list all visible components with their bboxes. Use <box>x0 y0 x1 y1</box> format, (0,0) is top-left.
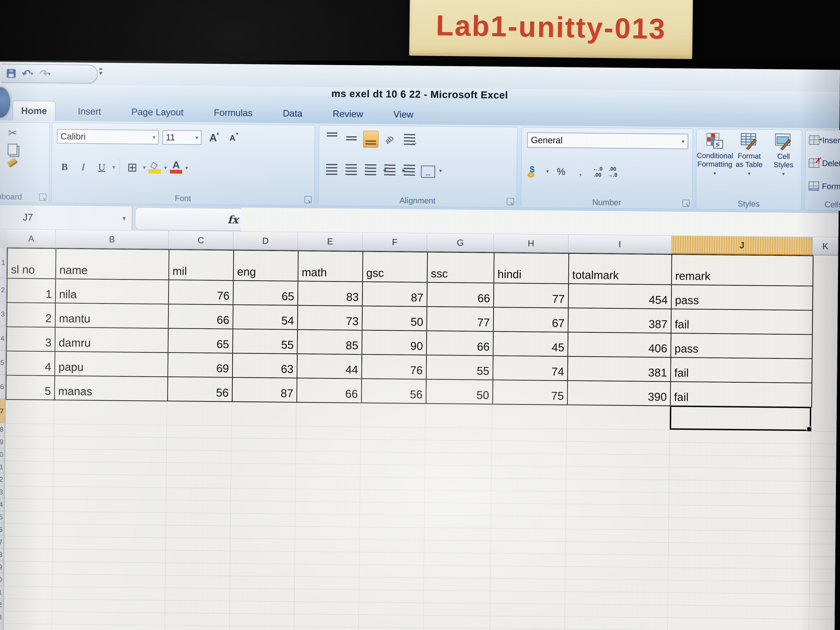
font-dialog-launcher-icon[interactable] <box>304 196 311 203</box>
cell-J3[interactable]: fail <box>671 309 813 335</box>
cell-F2[interactable]: 87 <box>363 282 428 307</box>
undo-button[interactable]: ↶▾ <box>21 69 33 78</box>
italic-button[interactable]: I <box>75 158 91 176</box>
cell-A5[interactable]: 4 <box>7 351 55 376</box>
format-painter-icon[interactable] <box>7 157 18 167</box>
column-header-A[interactable]: A <box>7 229 56 248</box>
cell-C3[interactable]: 66 <box>169 305 234 329</box>
cell-J4[interactable]: pass <box>671 333 813 359</box>
clipboard-dialog-launcher-icon[interactable] <box>39 193 46 201</box>
middle-align-button[interactable] <box>344 130 359 148</box>
copy-icon[interactable] <box>8 144 17 155</box>
bold-button[interactable]: B <box>57 158 73 176</box>
cell-A2[interactable]: 1 <box>8 279 56 303</box>
cell-F4[interactable]: 90 <box>362 330 427 355</box>
tab-home[interactable]: Home <box>12 101 56 121</box>
comma-style-button[interactable]: , <box>573 163 588 180</box>
tab-review[interactable]: Review <box>324 104 371 124</box>
cell-G3[interactable]: 77 <box>427 307 494 332</box>
cell-H5[interactable]: 74 <box>493 356 568 381</box>
cell-G6[interactable]: 50 <box>426 380 493 404</box>
align-right-button[interactable] <box>363 161 378 178</box>
cell-E5[interactable]: 44 <box>297 354 362 379</box>
cell-J6[interactable]: fail <box>671 382 812 408</box>
cell-B1[interactable]: name <box>56 249 169 280</box>
format-cells-button[interactable]: Format <box>808 181 840 191</box>
orientation-button[interactable] <box>382 131 398 148</box>
cell-E1[interactable]: math <box>298 251 363 282</box>
column-header-K[interactable]: K <box>813 237 838 256</box>
insert-cells-button[interactable]: Insert <box>809 135 840 145</box>
cell-C4[interactable]: 65 <box>168 329 233 354</box>
cell-G4[interactable]: 66 <box>427 331 494 356</box>
chevron-down-icon[interactable]: ▾ <box>546 168 549 174</box>
row-header-11[interactable]: 11 <box>0 461 5 473</box>
cell-F6[interactable]: 56 <box>362 379 427 404</box>
tab-formulas[interactable]: Formulas <box>205 103 261 123</box>
row-header-19[interactable]: 19 <box>0 561 3 573</box>
cell-J1[interactable]: remark <box>672 255 813 287</box>
decrease-indent-button[interactable] <box>382 161 398 179</box>
cell-H6[interactable]: 75 <box>493 381 568 406</box>
tab-data[interactable]: Data <box>275 104 311 123</box>
cut-icon[interactable] <box>8 126 17 139</box>
cell-A6[interactable]: 5 <box>6 376 55 400</box>
cell-B4[interactable]: damru <box>55 328 169 353</box>
align-center-button[interactable] <box>343 161 359 178</box>
chevron-down-icon[interactable]: ▾ <box>164 164 167 171</box>
cell-F1[interactable]: gsc <box>363 252 428 283</box>
cell-I3[interactable]: 387 <box>568 308 672 333</box>
chevron-down-icon[interactable]: ▾ <box>143 164 145 171</box>
cell-I1[interactable]: totalmark <box>569 254 672 285</box>
alignment-dialog-launcher-icon[interactable] <box>507 198 514 205</box>
cell-B6[interactable]: manas <box>55 376 168 401</box>
column-header-D[interactable]: D <box>233 232 298 250</box>
font-size-select[interactable]: 11▾ <box>163 130 202 145</box>
name-box[interactable]: J7 ▾ <box>0 205 133 230</box>
bottom-align-button[interactable] <box>363 131 379 148</box>
column-header-F[interactable]: F <box>362 233 427 252</box>
number-dialog-launcher-icon[interactable] <box>682 199 690 207</box>
align-left-button[interactable] <box>324 161 339 178</box>
chevron-down-icon[interactable]: ▾ <box>112 164 115 170</box>
row-header-20[interactable]: 20 <box>0 573 3 586</box>
fill-color-button[interactable] <box>148 160 161 175</box>
cell-C1[interactable]: mil <box>169 250 234 281</box>
row-header-15[interactable]: 15 <box>0 511 4 523</box>
row-header-13[interactable]: 13 <box>0 486 4 498</box>
insert-function-button[interactable]: fx <box>135 207 248 231</box>
cell-A4[interactable]: 3 <box>7 327 55 352</box>
number-format-select[interactable]: General▾ <box>527 132 688 149</box>
percent-style-button[interactable]: % <box>554 163 568 180</box>
conditional-formatting-button[interactable]: ≶ Conditional Formatting ▾ <box>698 133 731 176</box>
cell-E2[interactable]: 83 <box>298 281 363 306</box>
selected-cell-J7[interactable] <box>670 406 811 431</box>
font-color-button[interactable] <box>170 161 183 175</box>
increase-decimal-button[interactable]: ←.0.00 <box>593 166 603 178</box>
cell-C2[interactable]: 76 <box>169 280 234 305</box>
tab-page-layout[interactable]: Page Layout <box>123 102 192 122</box>
column-header-E[interactable]: E <box>298 232 363 251</box>
cell-D2[interactable]: 65 <box>234 281 298 306</box>
cell-H2[interactable]: 77 <box>494 284 569 308</box>
row-header-8[interactable]: 8 <box>0 423 5 436</box>
top-align-button[interactable] <box>324 130 340 147</box>
decrease-decimal-button[interactable]: .00→.0 <box>608 166 617 178</box>
font-family-select[interactable]: Calibri▾ <box>57 129 159 145</box>
cell-F5[interactable]: 76 <box>362 355 427 380</box>
cell-E6[interactable]: 66 <box>297 378 362 403</box>
spreadsheet-grid[interactable]: sl no name mil eng math gsc ssc hindi to… <box>3 248 838 630</box>
row-header-23[interactable]: 23 <box>0 611 3 624</box>
cell-A1[interactable]: sl no <box>8 248 56 279</box>
cell-G2[interactable]: 66 <box>427 283 494 308</box>
cell-H4[interactable]: 45 <box>494 332 568 357</box>
cell-H3[interactable]: 67 <box>494 308 568 333</box>
format-as-table-button[interactable]: Format as Table ▾ <box>733 133 766 177</box>
cell-styles-button[interactable]: Cell Styles ▾ <box>767 133 800 177</box>
row-header-10[interactable]: 10 <box>0 448 5 461</box>
column-header-I[interactable]: I <box>568 235 672 254</box>
cell-D1[interactable]: eng <box>234 251 298 281</box>
cell-I2[interactable]: 454 <box>568 284 672 309</box>
column-header-G[interactable]: G <box>427 234 494 252</box>
row-header-2[interactable]: 2 <box>0 278 6 302</box>
